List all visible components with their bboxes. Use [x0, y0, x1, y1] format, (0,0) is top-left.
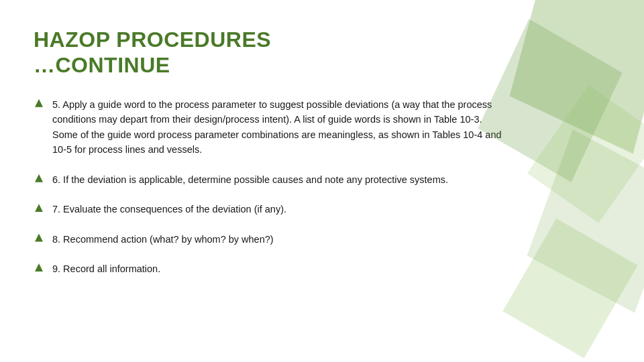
deco-shape-1	[510, 0, 644, 154]
slide: HAZOP PROCEDURES …CONTINUE 5. Apply a gu…	[0, 0, 644, 362]
list-item: 7. Evaluate the consequences of the devi…	[34, 202, 503, 217]
item-text-5: 5. Apply a guide word to the process par…	[52, 97, 503, 158]
deco-shape-4	[527, 129, 644, 312]
list-item: 8. Recommend action (what? by whom? by w…	[34, 232, 503, 247]
list-item: 9. Record all information.	[34, 261, 503, 276]
item-text-7: 7. Evaluate the consequences of the devi…	[52, 202, 503, 217]
title-line1: HAZOP PROCEDURES	[34, 27, 449, 52]
bullet-icon	[34, 98, 46, 110]
list-item: 6. If the deviation is applicable, deter…	[34, 172, 503, 187]
bullet-icon	[34, 173, 46, 185]
list-item: 5. Apply a guide word to the process par…	[34, 97, 503, 158]
deco-shape-3	[527, 85, 644, 223]
item-text-9: 9. Record all information.	[52, 261, 503, 276]
bullet-icon	[34, 233, 46, 245]
slide-title: HAZOP PROCEDURES …CONTINUE	[34, 27, 449, 78]
content-list: 5. Apply a guide word to the process par…	[34, 97, 503, 277]
item-text-6: 6. If the deviation is applicable, deter…	[52, 172, 503, 187]
bullet-icon	[34, 262, 46, 274]
item-text-8: 8. Recommend action (what? by whom? by w…	[52, 232, 503, 247]
bullet-icon	[34, 202, 46, 215]
deco-shape-5	[502, 219, 637, 359]
title-line2: …CONTINUE	[34, 52, 449, 78]
